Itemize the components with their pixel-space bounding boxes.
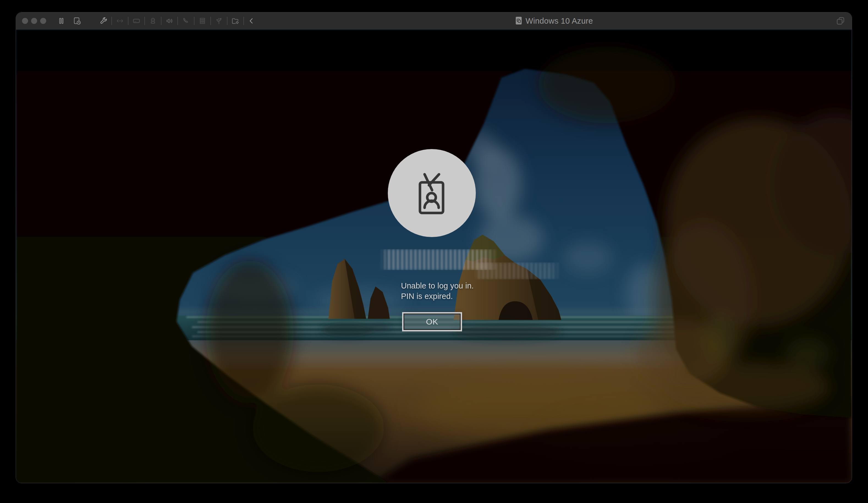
minimize-button[interactable] — [31, 18, 37, 24]
toolbar-separator — [128, 17, 128, 25]
utilities-wrench-icon[interactable] — [99, 17, 108, 25]
phone-icon[interactable] — [182, 17, 190, 25]
pause-icon[interactable] — [57, 17, 65, 25]
vm-screen: Unable to log you in. PIN is expired. OK — [16, 30, 852, 483]
window-titlebar: Windows 10 Azure — [16, 12, 852, 30]
lock-error-line2: PIN is expired. — [401, 291, 474, 301]
toolbar-separator — [244, 17, 244, 25]
display-stack-icon[interactable] — [198, 17, 207, 25]
toolbar-separator — [111, 17, 112, 25]
window-tabs-icon[interactable] — [836, 16, 845, 25]
vm-window: Windows 10 Azure — [16, 12, 852, 483]
traffic-lights — [22, 18, 46, 24]
zoom-button[interactable] — [40, 18, 46, 24]
collapse-toolbar-chevron-icon[interactable] — [248, 17, 256, 25]
toolbar-separator — [227, 17, 227, 25]
shared-folder-icon[interactable] — [231, 17, 240, 25]
vm-controls — [57, 17, 81, 25]
lock-error-line1: Unable to log you in. — [401, 280, 474, 291]
sound-icon[interactable] — [165, 17, 174, 25]
close-button[interactable] — [22, 18, 28, 24]
restart-icon[interactable] — [73, 17, 81, 25]
usb-icon[interactable] — [215, 17, 223, 25]
toolbar-separator — [177, 17, 178, 25]
device-toolbar — [99, 17, 256, 25]
avatar — [388, 149, 476, 237]
window-title: Windows 10 Azure — [526, 17, 593, 25]
toolbar-separator — [210, 17, 211, 25]
serial-console-icon[interactable] — [115, 17, 124, 25]
ok-button[interactable]: OK — [403, 314, 461, 330]
toolbar-separator — [194, 17, 195, 25]
drive-icon[interactable] — [132, 17, 141, 25]
vm-document-icon — [515, 17, 522, 26]
window-title-group: Windows 10 Azure — [515, 12, 593, 30]
toolbar-separator — [161, 17, 162, 25]
toolbar-separator — [144, 17, 145, 25]
camera-icon[interactable] — [148, 17, 157, 25]
lock-error-message: Unable to log you in. PIN is expired. — [401, 280, 474, 301]
lock-screen-wallpaper — [16, 30, 852, 483]
desktop: { "window": { "title": "Windows 10 Azure… — [0, 0, 868, 503]
id-badge-icon — [403, 164, 461, 222]
